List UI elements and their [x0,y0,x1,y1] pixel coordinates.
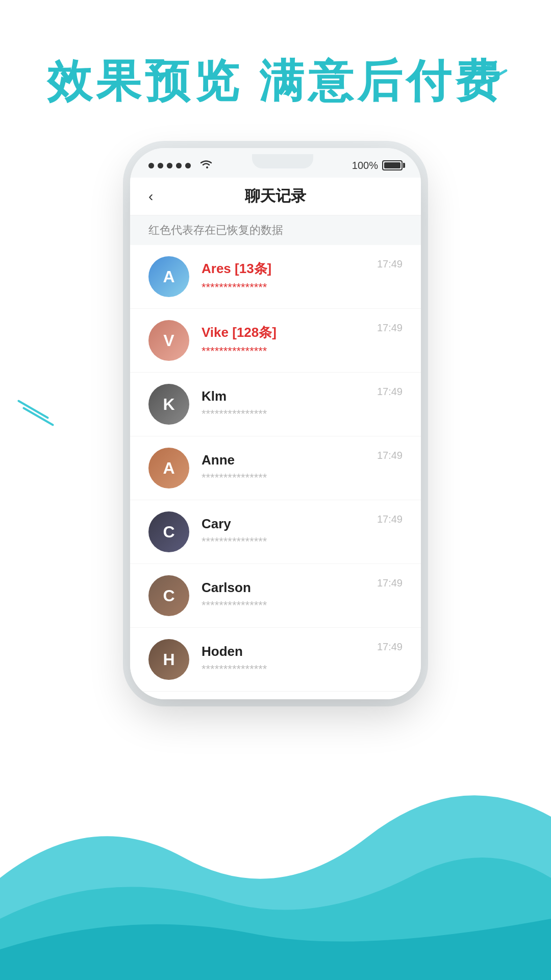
chat-info-ares: Ares [13条]*************** [202,260,365,294]
phone-notch [252,154,313,168]
chat-list-item[interactable]: CCary***************17:49 [130,500,421,564]
chat-name: Ares [13条] [202,260,365,278]
chat-time: 17:49 [377,384,403,398]
notice-text: 红色代表存在已恢复的数据 [148,224,283,236]
phone-mockup: 100% ‹ 聊天记录 红色代表存在已恢复的数据 AAres [13条]****… [130,148,421,699]
chat-preview: *************** [202,535,365,548]
chat-info-vike: Vike [128条]*************** [202,324,365,358]
chat-list-item[interactable]: HHoden***************17:49 [130,628,421,692]
signal-dots [148,163,191,168]
chat-name: Carlson [202,580,365,596]
chat-list-item[interactable]: KKlm***************17:49 [130,373,421,436]
chat-list-item[interactable]: AAres [13条]***************17:49 [130,245,421,309]
chat-info-hoden: Hoden*************** [202,644,365,676]
chat-time: 17:49 [377,320,403,334]
chat-preview: *************** [202,599,365,612]
chat-name: Hoden [202,644,365,659]
chat-list-item[interactable]: CCarlson***************17:49 [130,564,421,628]
chat-time: 17:49 [377,511,403,525]
chat-name: Cary [202,516,365,532]
chat-preview: *************** [202,407,365,421]
chat-info-carlson: Carlson*************** [202,580,365,612]
chat-time: 17:49 [377,256,403,270]
chat-info-klm: Klm*************** [202,388,365,421]
chat-info-cary: Cary*************** [202,516,365,548]
chat-time: 17:49 [377,575,403,589]
phone-status-bar: 100% [130,148,421,178]
chat-avatar-vike: V [148,320,189,361]
chat-name: Anne [202,452,365,468]
app-header: ‹ 聊天记录 [130,178,421,215]
chat-list: AAres [13条]***************17:49VVike [12… [130,245,421,699]
page-headline: 效果预览 满意后付费 [0,51,551,112]
battery-icon [382,160,403,170]
battery-group: 100% [352,160,403,172]
chat-avatar-anne: A [148,448,189,488]
chat-time: 17:49 [377,639,403,653]
notice-bar: 红色代表存在已恢复的数据 [130,215,421,245]
chat-avatar-klm: K [148,384,189,425]
chat-info-anne: Anne*************** [202,452,365,484]
chat-preview: *************** [202,345,365,358]
battery-percent: 100% [352,160,378,172]
chat-time: 17:49 [377,448,403,461]
deco-lines-mid-left [15,408,56,423]
chat-avatar-cary: C [148,511,189,552]
screen-title: 聊天记录 [245,186,306,207]
back-button[interactable]: ‹ [148,188,153,205]
chat-preview: *************** [202,663,365,676]
chat-list-item[interactable]: AAnne***************17:49 [130,436,421,500]
chat-preview: *************** [202,281,365,294]
background-wave [0,715,551,980]
chat-list-item[interactable]: VVike [128条]***************17:49 [130,309,421,373]
wifi-icon [199,158,213,173]
chat-avatar-hoden: H [148,639,189,680]
chat-name: Vike [128条] [202,324,365,341]
chat-avatar-carlson: C [148,575,189,616]
chat-name: Klm [202,388,365,404]
chat-avatar-ares: A [148,256,189,297]
chat-list-item[interactable]: 17:49 [130,692,421,699]
chat-preview: *************** [202,471,365,484]
